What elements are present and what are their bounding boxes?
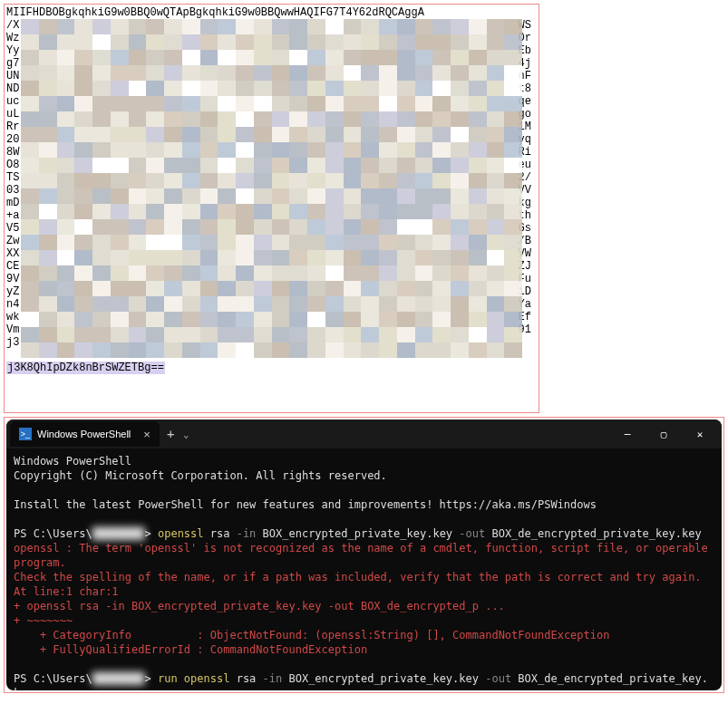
terminal-tab-bar: >_ Windows PowerShell × + ⌄ ─ ▢ ✕ [6, 420, 722, 448]
pixelated-redaction [21, 19, 522, 358]
cmd1-infile: BOX_encrypted_private_key.key [263, 527, 460, 540]
terminal-output[interactable]: Windows PowerShell Copyright (C) Microso… [6, 448, 722, 690]
cert-last-line: j3K8QhIpDZk8nBrSWZETBg== [6, 362, 165, 374]
cmd1-rsa: rsa [210, 527, 237, 540]
terminal-window: >_ Windows PowerShell × + ⌄ ─ ▢ ✕ Window… [6, 420, 722, 690]
new-tab-button[interactable]: + [167, 427, 174, 441]
cmd2-run: run openssl [158, 672, 237, 685]
ps-header-1: Windows PowerShell [14, 455, 131, 468]
close-icon[interactable]: × [143, 428, 150, 441]
cmd1-outfile: BOX_de_encrypted_private_key.key [491, 527, 701, 540]
cmd1-out: -out [459, 527, 491, 540]
ps-header-2: Copyright (C) Microsoft Corporation. All… [14, 469, 387, 482]
prompt-2-prefix: PS C:\Users\ [14, 672, 92, 685]
cmd2-infile: BOX_encrypted_private_key.key [288, 672, 485, 685]
err1-line5: + ~~~~~~~ [14, 614, 73, 627]
redacted-user-1: ████████ [92, 527, 145, 540]
powershell-icon: >_ [19, 428, 32, 440]
err1-line3: At line:1 char:1 [14, 585, 119, 598]
tab-title: Windows PowerShell [37, 429, 131, 439]
window-controls: ─ ▢ ✕ [609, 420, 718, 448]
cmd1-in: -in [237, 527, 263, 540]
certificate-text-panel: MIIFHDBOBgkqhkiG9w0BBQ0wQTApBgkqhkiG9w0B… [4, 4, 539, 413]
err1-cat: + CategoryInfo : ObjectNotFound: (openss… [14, 629, 609, 641]
minimize-button[interactable]: ─ [609, 420, 645, 448]
cert-line-1: MIIFHDBOBgkqhkiG9w0BBQ0wQTApBgkqhkiG9w0B… [6, 6, 424, 19]
err1-fq: + FullyQualifiedErrorId : CommandNotFoun… [14, 643, 367, 656]
terminal-panel: >_ Windows PowerShell × + ⌄ ─ ▢ ✕ Window… [4, 417, 724, 693]
cmd1-openssl: openssl [158, 527, 210, 540]
err1-line1: openssl : The term 'openssl' is not reco… [14, 542, 714, 569]
redacted-user-2: ████████ [92, 672, 145, 685]
cmd2-rsa: rsa [237, 672, 263, 685]
ps-install-msg: Install the latest PowerShell for new fe… [14, 498, 597, 511]
cmd2-out: -out [485, 672, 518, 685]
tab-powershell[interactable]: >_ Windows PowerShell × [10, 421, 160, 447]
prompt-1-suffix: > [145, 527, 158, 540]
cmd2-in: -in [263, 672, 289, 685]
maximize-button[interactable]: ▢ [645, 420, 682, 448]
cert-left-edges: /X Wz Yy g7 UN ND uc uL Rr 20 8W O8 TS 0… [6, 19, 19, 349]
tab-dropdown-button[interactable]: ⌄ [183, 429, 189, 439]
close-window-button[interactable]: ✕ [682, 420, 718, 448]
err1-line4: + openssl rsa -in BOX_encrypted_private_… [14, 600, 505, 612]
err1-line2: Check the spelling of the name, or if a … [14, 571, 702, 583]
prompt-1-prefix: PS C:\Users\ [14, 527, 92, 540]
prompt-2-suffix: > [145, 672, 158, 685]
